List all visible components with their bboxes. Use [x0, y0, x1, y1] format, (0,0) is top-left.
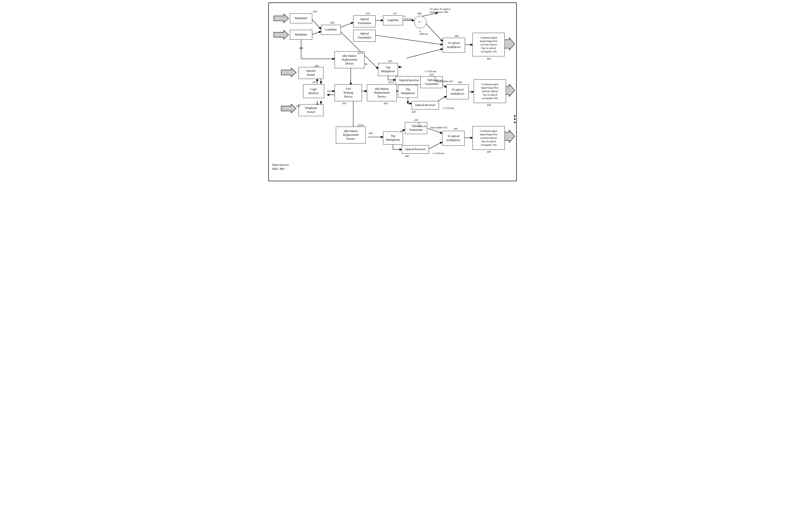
from-splitter-bot: From splitter 415	[430, 126, 448, 129]
modulator2-label: Modulator	[295, 33, 307, 37]
tap-mux1-box: TapMultiplexer	[378, 63, 398, 76]
internet-router-ref: 405	[315, 64, 319, 67]
modulator1-ref: 455	[313, 10, 317, 13]
modulator2-box: Modulator	[290, 30, 312, 40]
amplifier-box: Amplifier	[383, 16, 403, 25]
mux3l3-ref: 445	[454, 127, 458, 130]
idle-pattern3-ref: 425A	[358, 124, 364, 127]
splitter480-circle: ↗⋯	[414, 16, 427, 28]
svg-point-46	[514, 115, 515, 117]
internet-router-label: InternetRouter	[306, 69, 315, 77]
mux3l1-ref: 445	[455, 34, 459, 37]
combined-port2-box: Combined signalInput/Output Port(to/from…	[474, 79, 506, 103]
opt-tx2-label: OpticalTransmitter	[357, 32, 371, 39]
wavelength-1490c: λ=1490 nm	[418, 122, 427, 128]
logic-interface-label: LogicInterface	[308, 87, 319, 95]
modulator1-box: Modulator	[290, 14, 312, 23]
svg-marker-28	[281, 104, 296, 113]
svg-line-10	[420, 13, 438, 17]
svg-marker-45	[504, 130, 515, 142]
mux3l2-box: 3λ opticalmultiplexer	[447, 84, 469, 99]
svg-marker-27	[281, 68, 296, 77]
tap-mux2-box: TapMultiplexer	[398, 85, 418, 98]
svg-point-47	[514, 118, 515, 120]
amplifier-label: Amplifier	[387, 18, 399, 22]
telephone-switch-box: TelephoneSwitch	[299, 104, 324, 116]
svg-line-13	[407, 49, 443, 58]
wavelength-1490a: λ=1490 nm	[419, 30, 428, 35]
svg-marker-0	[274, 14, 289, 23]
tap-mux3-label: TapMultiplexer	[386, 134, 400, 142]
idle-pattern3-box: Idle PatternReplacementDevice	[336, 127, 366, 143]
logic-interface-box: LogicInterface	[303, 84, 324, 98]
internet-router-box: InternetRouter	[299, 67, 324, 79]
idle-pattern2-label: Idle PatternReplacementDevice	[374, 87, 390, 99]
opt-rx2-ref: 440	[412, 110, 416, 113]
svg-line-2	[311, 18, 321, 29]
wavelength-1310a: λ=1310 nm	[425, 70, 436, 73]
diagram-container: Modulator 455 Modulator Combiner 465 Opt…	[268, 2, 517, 181]
opt-rx2-label: Optical Receiver	[415, 103, 435, 107]
idle-pattern1-460: 460	[299, 47, 303, 49]
tap-routing-ref: 433	[342, 102, 346, 105]
svg-line-4	[339, 22, 353, 28]
combined-port2-label: Combined signalInput/Output Port(to/from…	[481, 83, 499, 100]
tap-mux3-ref: 430	[369, 132, 373, 135]
splitter480-ref: 480	[417, 12, 422, 15]
svg-marker-43	[504, 38, 515, 50]
combined-port1-label: Combined signalInput/Output Port(to/from…	[480, 36, 498, 53]
svg-point-48	[514, 122, 515, 123]
opt-tx3-ref: 435	[430, 73, 434, 76]
tap-mux1-label: TapMultiplexer	[381, 65, 395, 73]
idle-pattern1-ref: 425A	[357, 51, 363, 54]
telephone-switch-ref: 410	[296, 104, 300, 107]
svg-line-40	[428, 128, 442, 133]
combined-port3-label: Combined signalInput/Output Port(to/from…	[480, 129, 498, 147]
opt-rx1-label: Optical Receiver	[399, 78, 419, 82]
mux3l1-label: 3λ opticalmultiplexer	[447, 41, 461, 49]
wavelength-1310b: λ=1310 nm	[443, 107, 454, 109]
opt-rx3-box: Optical Receiver	[402, 145, 429, 154]
tap-mux2-label: TapMultiplexer	[401, 87, 415, 95]
tap-mux3-box: TapMultiplexer	[383, 132, 403, 144]
opt-rx3-ref: 440	[405, 154, 409, 157]
tap-mux2-ref: 430	[384, 102, 388, 105]
combined-port3-box: Combined signalInput/Output Port(to/from…	[473, 126, 505, 150]
modulator1-label: Modulator	[295, 17, 307, 20]
telephone-switch-label: TelephoneSwitch	[305, 106, 317, 114]
svg-line-41	[428, 142, 442, 150]
opt-tx4-ref: 435	[414, 118, 418, 122]
svg-line-12	[372, 35, 443, 45]
idle-pattern2-ref: 425A	[388, 81, 394, 84]
idle-pattern1-label: Idle PatternReplacementDevice	[342, 54, 357, 66]
combiner-box: Combiner	[321, 25, 341, 35]
combined-port3-ref: 450	[487, 150, 491, 153]
amplifier-ref: 475	[393, 12, 397, 15]
svg-marker-1	[274, 30, 289, 39]
opt-tx1-label: OpticalTransmitter	[357, 17, 371, 25]
mux3l3-label: 3λ opticalmultiplexer	[447, 134, 460, 142]
tap-routing-label: TAPRoutingDevice	[344, 87, 353, 99]
combined-port1-ref: 450	[487, 57, 491, 60]
opt-rx3-label: Optical Receiver	[405, 148, 426, 152]
data-service-hub-label: Data ServiceHub 400	[272, 163, 289, 171]
combiner-label: Combiner	[325, 28, 337, 32]
mux3l2-ref: 445	[458, 81, 462, 84]
opt-tx2-box: OpticalTransmitter	[353, 30, 376, 42]
opt-tx1-box: OpticalTransmitter	[353, 16, 376, 27]
tap-mux1-ref2: 435	[388, 60, 392, 62]
mux3l3-box: 3λ opticalmultiplexer	[442, 131, 464, 146]
from-splitter-mid: From splitter 415	[436, 80, 453, 83]
opt-tx1-ref: 470	[366, 12, 370, 15]
logic-interface-ref: 415	[312, 81, 316, 84]
tap-routing-box: TAPRoutingDevice	[335, 84, 362, 101]
wavelength-1310c: λ=1310 nm	[433, 152, 444, 155]
combined-port1-box: Combined signalInput/Output Port(to/from…	[473, 33, 505, 56]
combiner-ref: 465	[330, 21, 335, 24]
opt-rx2-box: Optical Receiver	[412, 101, 439, 109]
svg-line-3	[311, 31, 321, 35]
wavelength-1550: λ=1550 nm	[404, 15, 412, 20]
idle-pattern2-box: Idle PatternReplacementDevice	[367, 84, 397, 101]
combined-port2-ref: 450	[487, 104, 491, 106]
mux3l1-box: 3λ opticalmultiplexer	[443, 38, 465, 53]
